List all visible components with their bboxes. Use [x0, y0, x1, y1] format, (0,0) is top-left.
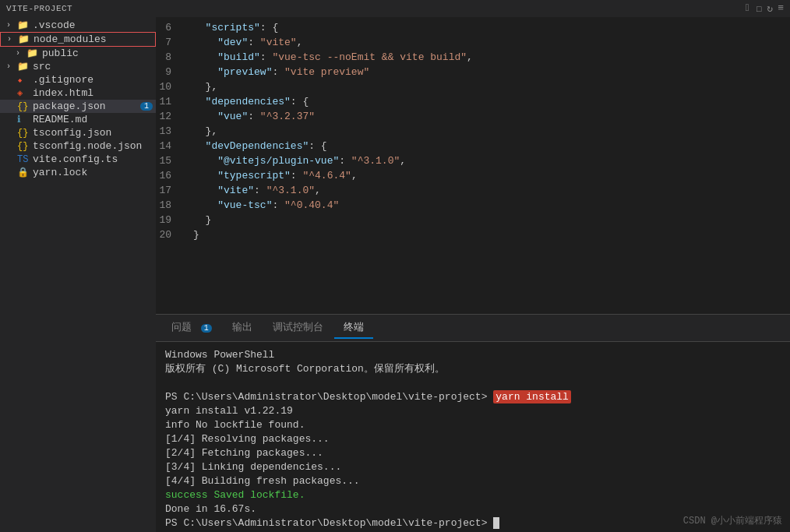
json-icon: {}: [17, 128, 30, 139]
tab-label: 终端: [344, 322, 364, 333]
code-line-10: },: [193, 79, 790, 94]
file-label: README.md: [33, 114, 87, 125]
code-lines: "scripts": { "dev": "vite", "build": "vu…: [187, 20, 790, 311]
code-line-18: "vue-tsc": "^0.40.4": [193, 198, 790, 213]
code-line-7: "dev": "vite",: [193, 35, 790, 50]
tab-problems[interactable]: 问题 1: [162, 317, 221, 339]
terminal-line-building: [4/4] Building fresh packages...: [165, 474, 781, 488]
sidebar-item-vite-config[interactable]: › TS vite.config.ts: [0, 153, 156, 166]
sidebar-item-package-json[interactable]: › {} package.json 1: [0, 100, 156, 113]
code-line-16: "typescript": "^4.6.4",: [193, 168, 790, 183]
folder-icon: 📁: [17, 61, 30, 72]
file-label: index.html: [33, 87, 93, 99]
terminal-line-info: info No lockfile found.: [165, 418, 781, 432]
file-label: vite.config.ts: [33, 153, 118, 165]
sidebar-item-readme[interactable]: › ℹ README.md: [0, 113, 156, 126]
new-folder-icon[interactable]: ☐: [756, 2, 763, 15]
collapse-all-icon[interactable]: ≡: [778, 2, 784, 15]
terminal-area: 问题 1 输出 调试控制台 终端 Windows PowerShell: [156, 314, 790, 532]
app-root: VITE-PROJECT  ☐ ↻ ≡ › 📁 .vscode › 📁 nod…: [0, 0, 790, 532]
sidebar-item-vscode[interactable]: › 📁 .vscode: [0, 19, 156, 32]
file-label: node_modules: [34, 33, 107, 45]
terminal-line-resolving: [1/4] Resolving packages...: [165, 432, 781, 446]
md-icon: ℹ: [17, 114, 30, 125]
project-title: VITE-PROJECT: [6, 4, 72, 13]
main-layout: › 📁 .vscode › 📁 node_modules › 📁 public …: [0, 17, 790, 532]
problems-badge: 1: [201, 324, 212, 333]
file-label: public: [42, 48, 79, 59]
file-label: yarn.lock: [33, 167, 87, 178]
git-icon: ⬥: [17, 75, 30, 86]
refresh-icon[interactable]: ↻: [767, 2, 773, 15]
html-icon: ◈: [17, 87, 30, 99]
code-line-8: "build": "vue-tsc --noEmit && vite build…: [193, 50, 790, 65]
top-bar: VITE-PROJECT  ☐ ↻ ≡: [0, 0, 790, 17]
code-line-12: "vue": "^3.2.37": [193, 109, 790, 124]
sidebar-item-gitignore[interactable]: › ⬥ .gitignore: [0, 73, 156, 86]
sidebar-item-src[interactable]: › 📁 src: [0, 60, 156, 73]
right-panel: 6 7 8 9 10 11 12 13 14 15 16 17 18 19: [156, 17, 790, 532]
code-line-9: "preview": "vite preview": [193, 65, 790, 79]
ts-icon: TS: [17, 154, 30, 165]
terminal-line-fetching: [2/4] Fetching packages...: [165, 446, 781, 460]
terminal-line-yarn-version: yarn install v1.22.19: [165, 404, 781, 418]
line-numbers: 6 7 8 9 10 11 12 13 14 15 16 17 18 19: [156, 20, 187, 311]
code-editor[interactable]: 6 7 8 9 10 11 12 13 14 15 16 17 18 19: [156, 17, 790, 314]
terminal-line-ps-title: Windows PowerShell: [165, 348, 781, 362]
arrow-icon: ›: [7, 35, 18, 44]
terminal-line-blank: [165, 376, 781, 390]
sidebar-item-yarn-lock[interactable]: › 🔒 yarn.lock: [0, 166, 156, 179]
sidebar-item-node-modules[interactable]: › 📁 node_modules: [0, 32, 156, 47]
code-content: 6 7 8 9 10 11 12 13 14 15 16 17 18 19: [156, 17, 790, 314]
code-line-11: "dependencies": {: [193, 94, 790, 109]
change-badge: 1: [140, 102, 153, 111]
arrow-icon: ›: [6, 62, 17, 71]
tab-label: 输出: [232, 322, 252, 333]
watermark: CSDN @小小前端程序猿: [683, 514, 782, 527]
sidebar-item-tsconfig[interactable]: › {} tsconfig.json: [0, 126, 156, 139]
json-icon: {}: [17, 141, 30, 152]
tab-debug-console[interactable]: 调试控制台: [263, 317, 333, 339]
code-line-20: }: [193, 227, 790, 242]
code-line-14: "devDependencies": {: [193, 139, 790, 153]
json-brace-icon: {}: [17, 101, 30, 112]
file-label: .vscode: [33, 19, 76, 31]
terminal-content[interactable]: Windows PowerShell 版权所有 (C) Microsoft Co…: [156, 342, 790, 532]
arrow-icon: ›: [16, 49, 26, 58]
tab-label: 问题: [171, 322, 192, 333]
terminal-cmd-highlight: yarn install: [493, 390, 571, 403]
terminal-line-success: success Saved lockfile.: [165, 488, 781, 502]
code-line-13: },: [193, 124, 790, 139]
tab-terminal[interactable]: 终端: [334, 317, 373, 339]
file-explorer: › 📁 .vscode › 📁 node_modules › 📁 public …: [0, 17, 156, 532]
sidebar-item-tsconfig-node[interactable]: › {} tsconfig.node.json: [0, 139, 156, 153]
file-label: tsconfig.node.json: [33, 140, 142, 152]
terminal-prompt: PS C:\Users\Administrator\Desktop\model\…: [165, 391, 493, 403]
tab-output[interactable]: 输出: [223, 317, 262, 339]
file-label: src: [33, 61, 51, 72]
sidebar-item-index-html[interactable]: › ◈ index.html: [0, 86, 156, 100]
file-label: .gitignore: [33, 74, 93, 86]
new-file-icon[interactable]: : [746, 2, 752, 15]
arrow-icon: ›: [6, 21, 17, 30]
sidebar-item-public[interactable]: › 📁 public: [0, 47, 156, 60]
terminal-line-ps-cmd: PS C:\Users\Administrator\Desktop\model\…: [165, 390, 781, 404]
terminal-line-ps-copy: 版权所有 (C) Microsoft Corporation。保留所有权利。: [165, 362, 781, 376]
file-label: tsconfig.json: [33, 127, 111, 139]
terminal-cursor: [493, 517, 499, 529]
terminal-tabs: 问题 1 输出 调试控制台 终端: [156, 315, 790, 342]
lock-icon: 🔒: [17, 167, 30, 178]
tab-label: 调试控制台: [273, 322, 323, 333]
folder-icon: 📁: [18, 33, 30, 45]
code-line-17: "vite": "^3.1.0",: [193, 183, 790, 198]
folder-icon: 📁: [17, 19, 30, 31]
toolbar-icons:  ☐ ↻ ≡: [746, 2, 784, 15]
code-line-6: "scripts": {: [193, 20, 790, 35]
file-label: package.json: [33, 100, 106, 112]
terminal-line-linking: [3/4] Linking dependencies...: [165, 460, 781, 474]
code-line-15: "@vitejs/plugin-vue": "^3.1.0",: [193, 153, 790, 168]
code-line-19: }: [193, 213, 790, 227]
folder-icon: 📁: [26, 48, 39, 59]
